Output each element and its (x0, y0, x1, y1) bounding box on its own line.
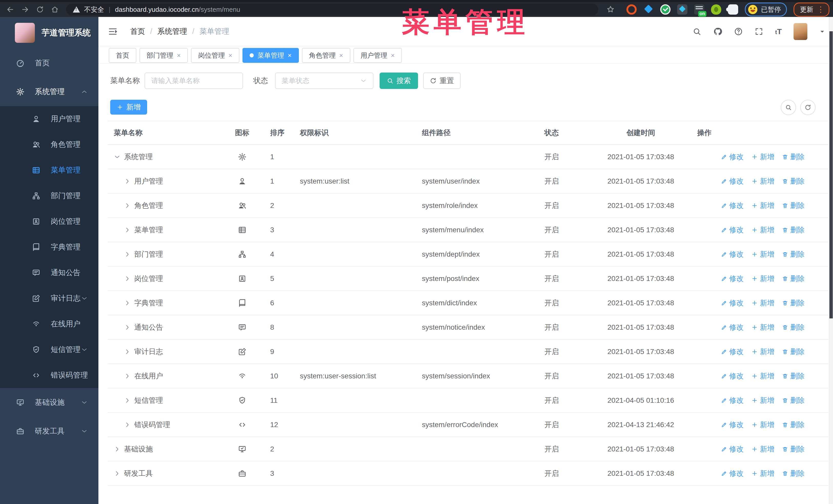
delete-link[interactable]: 删除 (782, 176, 805, 186)
tab-部门管理[interactable]: 部门管理× (139, 48, 188, 63)
add-child-link[interactable]: 新增 (751, 420, 774, 430)
extension-gem-icon[interactable] (643, 4, 653, 15)
extension-check-icon[interactable] (660, 4, 670, 15)
reset-button[interactable]: 重置 (423, 73, 460, 89)
tree-expand-icon[interactable] (114, 446, 120, 453)
delete-link[interactable]: 删除 (782, 274, 805, 284)
tree-expand-icon[interactable] (124, 300, 131, 306)
tab-首页[interactable]: 首页 (109, 48, 136, 63)
tree-expand-icon[interactable] (114, 470, 120, 477)
delete-link[interactable]: 删除 (782, 322, 805, 332)
add-child-link[interactable]: 新增 (751, 371, 774, 381)
tree-expand-icon[interactable] (124, 275, 131, 282)
user-menu-caret-icon[interactable] (819, 28, 825, 34)
edit-link[interactable]: 修改 (721, 371, 743, 381)
delete-link[interactable]: 删除 (782, 420, 805, 430)
extension-bug-icon[interactable] (711, 4, 721, 15)
scrollbar-thumb[interactable] (829, 31, 833, 318)
edit-link[interactable]: 修改 (721, 249, 743, 259)
sidebar-item-研发工具[interactable]: 研发工具 (0, 417, 98, 446)
browser-update-button[interactable]: 更新 ⋮ (793, 3, 829, 17)
add-child-link[interactable]: 新增 (751, 395, 774, 405)
sidebar-item-错误码管理[interactable]: 错误码管理 (0, 362, 98, 388)
app-logo[interactable]: 芋道管理系统 (0, 17, 98, 49)
add-child-link[interactable]: 新增 (751, 444, 774, 454)
tab-角色管理[interactable]: 角色管理× (302, 48, 350, 63)
github-icon[interactable] (713, 27, 722, 36)
add-child-link[interactable]: 新增 (751, 298, 774, 308)
browser-back-icon[interactable] (5, 4, 16, 15)
add-child-link[interactable]: 新增 (751, 249, 774, 259)
breadcrumb-item-系统管理[interactable]: 系统管理 (158, 26, 187, 37)
browser-forward-icon[interactable] (20, 4, 31, 15)
edit-link[interactable]: 修改 (721, 152, 743, 162)
sidebar-item-基础设施[interactable]: 基础设施 (0, 388, 98, 417)
sidebar-item-菜单管理[interactable]: 菜单管理 (0, 158, 98, 183)
fullscreen-icon[interactable] (755, 27, 763, 36)
tree-expand-icon[interactable] (124, 202, 131, 209)
tree-expand-icon[interactable] (124, 251, 131, 258)
edit-link[interactable]: 修改 (721, 395, 743, 405)
sidebar-item-短信管理[interactable]: 短信管理 (0, 337, 98, 362)
tab-岗位管理[interactable]: 岗位管理× (191, 48, 239, 63)
delete-link[interactable]: 删除 (782, 347, 805, 357)
edit-link[interactable]: 修改 (721, 176, 743, 186)
close-tab-icon[interactable]: × (288, 51, 291, 59)
extension-orange-icon[interactable] (626, 4, 637, 15)
edit-link[interactable]: 修改 (721, 274, 743, 284)
add-child-link[interactable]: 新增 (751, 176, 774, 186)
edit-link[interactable]: 修改 (721, 469, 743, 478)
extension-tampermonkey-icon[interactable]: on (694, 4, 704, 15)
sidebar-item-通知公告[interactable]: 通知公告 (0, 260, 98, 286)
delete-link[interactable]: 删除 (782, 469, 805, 478)
add-child-link[interactable]: 新增 (751, 347, 774, 357)
sidebar-item-角色管理[interactable]: 角色管理 (0, 132, 98, 158)
collapse-sidebar-icon[interactable] (108, 27, 117, 36)
close-tab-icon[interactable]: × (177, 51, 181, 59)
delete-link[interactable]: 删除 (782, 298, 805, 308)
help-icon[interactable] (734, 27, 743, 36)
browser-home-icon[interactable] (49, 4, 61, 15)
refresh-table-button[interactable] (800, 100, 815, 115)
tree-expand-icon[interactable] (124, 226, 131, 233)
tree-collapse-icon[interactable] (114, 153, 120, 160)
delete-link[interactable]: 删除 (782, 201, 805, 211)
close-tab-icon[interactable]: × (339, 51, 343, 59)
delete-link[interactable]: 删除 (782, 371, 805, 381)
delete-link[interactable]: 删除 (782, 225, 805, 235)
status-select[interactable]: 菜单状态 (275, 73, 374, 89)
tree-expand-icon[interactable] (124, 373, 131, 379)
sidebar-item-审计日志[interactable]: 审计日志 (0, 286, 98, 311)
close-tab-icon[interactable]: × (391, 51, 395, 59)
extensions-puzzle-icon[interactable] (728, 4, 738, 15)
sidebar-item-部门管理[interactable]: 部门管理 (0, 183, 98, 209)
add-child-link[interactable]: 新增 (751, 152, 774, 162)
sidebar-item-系统管理[interactable]: 系统管理 (0, 77, 98, 106)
delete-link[interactable]: 删除 (782, 444, 805, 454)
toggle-search-button[interactable] (781, 100, 796, 115)
avatar[interactable] (793, 23, 807, 40)
sidebar-item-字典管理[interactable]: 字典管理 (0, 234, 98, 260)
font-size-icon[interactable]: tT (775, 27, 782, 36)
add-child-link[interactable]: 新增 (751, 322, 774, 332)
edit-link[interactable]: 修改 (721, 444, 743, 454)
sidebar-item-在线用户[interactable]: 在线用户 (0, 311, 98, 337)
menu-name-input[interactable] (145, 73, 243, 89)
extension-grid-icon[interactable] (677, 4, 687, 15)
search-button[interactable]: 搜索 (380, 73, 418, 89)
add-child-link[interactable]: 新增 (751, 274, 774, 284)
add-child-link[interactable]: 新增 (751, 201, 774, 211)
edit-link[interactable]: 修改 (721, 347, 743, 357)
delete-link[interactable]: 删除 (782, 152, 805, 162)
add-child-link[interactable]: 新增 (751, 225, 774, 235)
add-child-link[interactable]: 新增 (751, 469, 774, 478)
profile-paused-badge[interactable]: 已暂停 (745, 3, 787, 17)
search-icon[interactable] (693, 27, 701, 36)
sidebar-item-岗位管理[interactable]: 岗位管理 (0, 209, 98, 234)
add-button[interactable]: 新增 (110, 100, 147, 115)
sidebar-item-用户管理[interactable]: 用户管理 (0, 106, 98, 132)
close-tab-icon[interactable]: × (229, 51, 232, 59)
breadcrumb-item-首页[interactable]: 首页 (130, 26, 145, 37)
edit-link[interactable]: 修改 (721, 420, 743, 430)
tree-expand-icon[interactable] (124, 397, 131, 404)
